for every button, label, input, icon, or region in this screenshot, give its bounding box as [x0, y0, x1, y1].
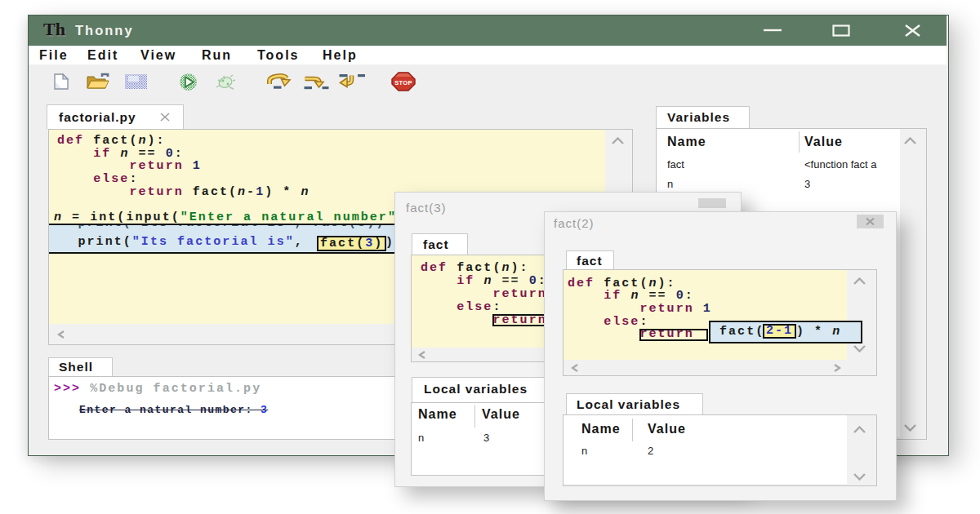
svg-text:STOP: STOP: [394, 79, 412, 86]
